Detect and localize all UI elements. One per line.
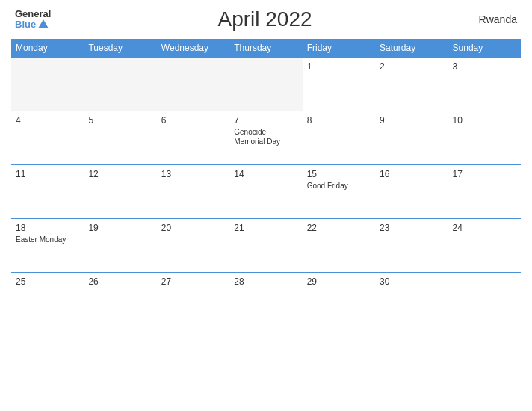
day-number: 14 xyxy=(234,169,297,179)
day-number: 26 xyxy=(88,276,152,287)
calendar-cell: 12 xyxy=(84,165,156,219)
day-number: 5 xyxy=(88,115,152,126)
day-number: 24 xyxy=(453,223,516,233)
day-number: 2 xyxy=(380,61,443,72)
day-number: 13 xyxy=(161,169,225,179)
day-number: 19 xyxy=(88,223,152,233)
day-header-row: Monday Tuesday Wednesday Thursday Friday… xyxy=(11,39,521,58)
calendar-cell: 25 xyxy=(11,273,84,327)
calendar-cell: 27 xyxy=(157,273,229,327)
calendar-cell: 10 xyxy=(448,111,521,165)
day-number: 10 xyxy=(453,115,516,126)
logo-blue-row: Blue xyxy=(15,19,51,30)
calendar-cell xyxy=(448,273,521,327)
calendar-cell: 1 xyxy=(303,58,375,111)
logo-blue-text: Blue xyxy=(15,19,36,30)
calendar-cell: 17 xyxy=(448,165,521,219)
day-number: 7 xyxy=(234,115,297,126)
day-number: 29 xyxy=(307,276,371,287)
col-wednesday: Wednesday xyxy=(157,39,229,58)
calendar-cell xyxy=(157,58,229,111)
calendar-cell: 28 xyxy=(229,273,302,327)
calendar-cell: 24 xyxy=(448,219,521,273)
day-number: 1 xyxy=(307,61,371,72)
day-number: 16 xyxy=(380,169,443,179)
calendar-cell xyxy=(84,58,156,111)
calendar-cell: 9 xyxy=(375,111,448,165)
day-number: 17 xyxy=(453,169,516,179)
calendar-cell: 2 xyxy=(375,58,448,111)
calendar-cell: 29 xyxy=(303,273,375,327)
calendar-cell: 22 xyxy=(303,219,375,273)
calendar-body: 1234567Genocide Memorial Day891011121314… xyxy=(11,58,521,327)
calendar-cell: 14 xyxy=(229,165,302,219)
calendar-cell: 23 xyxy=(375,219,448,273)
calendar-cell: 19 xyxy=(84,219,156,273)
day-number: 9 xyxy=(380,115,443,126)
holiday-label: Genocide Memorial Day xyxy=(234,127,297,146)
calendar-cell: 6 xyxy=(157,111,229,165)
calendar-cell xyxy=(11,58,84,111)
day-number: 4 xyxy=(16,115,79,126)
day-number: 15 xyxy=(307,169,371,179)
day-number: 23 xyxy=(380,223,443,233)
day-number: 8 xyxy=(307,115,371,126)
calendar-cell xyxy=(229,58,302,111)
holiday-label: Easter Monday xyxy=(16,235,79,244)
calendar-cell: 11 xyxy=(11,165,84,219)
calendar-week-row: 18Easter Monday192021222324 xyxy=(11,219,521,273)
day-number: 18 xyxy=(16,223,79,233)
calendar-cell: 5 xyxy=(84,111,156,165)
calendar-cell: 18Easter Monday xyxy=(11,219,84,273)
day-number: 12 xyxy=(88,169,152,179)
day-number: 6 xyxy=(161,115,225,126)
logo-general-text: General xyxy=(15,9,51,19)
calendar-cell: 26 xyxy=(84,273,156,327)
logo-triangle-icon xyxy=(38,19,49,28)
calendar-cell: 20 xyxy=(157,219,229,273)
calendar-title: April 2022 xyxy=(217,7,312,31)
calendar-cell: 30 xyxy=(375,273,448,327)
day-number: 3 xyxy=(453,61,516,72)
calendar-cell: 7Genocide Memorial Day xyxy=(229,111,302,165)
day-number: 20 xyxy=(161,223,225,233)
calendar-table: Monday Tuesday Wednesday Thursday Friday… xyxy=(11,39,521,327)
day-number: 25 xyxy=(16,276,79,287)
day-number: 22 xyxy=(307,223,371,233)
col-sunday: Sunday xyxy=(448,39,521,58)
calendar-cell: 13 xyxy=(157,165,229,219)
day-number: 21 xyxy=(234,223,297,233)
calendar-cell: 3 xyxy=(448,58,521,111)
calendar-week-row: 1112131415Good Friday1617 xyxy=(11,165,521,219)
page: General Blue April 2022 Rwanda Monday Tu… xyxy=(0,0,532,411)
calendar-cell: 16 xyxy=(375,165,448,219)
header: General Blue April 2022 Rwanda xyxy=(11,7,521,31)
calendar-cell: 8 xyxy=(303,111,375,165)
calendar-week-row: 252627282930 xyxy=(11,273,521,327)
day-number: 28 xyxy=(234,276,297,287)
col-friday: Friday xyxy=(303,39,375,58)
day-number: 27 xyxy=(161,276,225,287)
calendar-week-row: 123 xyxy=(11,58,521,111)
country-label: Rwanda xyxy=(479,13,517,25)
calendar-week-row: 4567Genocide Memorial Day8910 xyxy=(11,111,521,165)
calendar-cell: 15Good Friday xyxy=(303,165,375,219)
col-thursday: Thursday xyxy=(229,39,302,58)
calendar-cell: 4 xyxy=(11,111,84,165)
col-monday: Monday xyxy=(11,39,84,58)
holiday-label: Good Friday xyxy=(307,181,371,191)
calendar-cell: 21 xyxy=(229,219,302,273)
logo: General Blue xyxy=(15,9,51,31)
day-number: 11 xyxy=(16,169,79,179)
day-number: 30 xyxy=(380,276,443,287)
calendar-header: Monday Tuesday Wednesday Thursday Friday… xyxy=(11,39,521,58)
col-saturday: Saturday xyxy=(375,39,448,58)
col-tuesday: Tuesday xyxy=(84,39,156,58)
